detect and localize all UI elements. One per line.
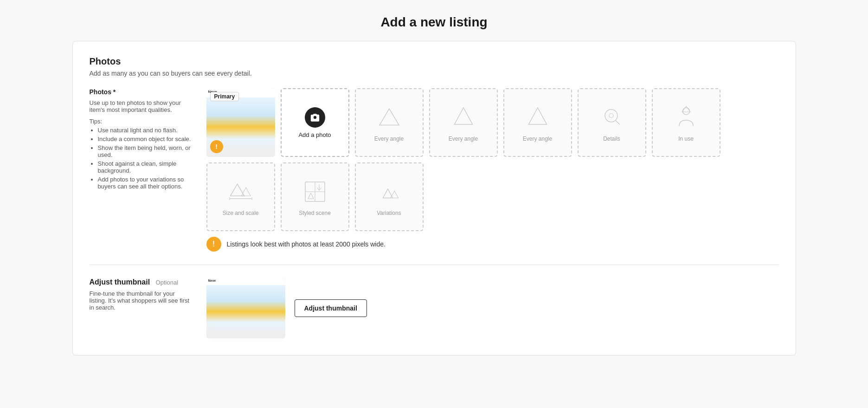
tip-1: Use natural light and no flash. <box>98 127 192 134</box>
every-angle-label-1: Every angle <box>374 136 404 142</box>
in-use-slot[interactable]: In use <box>652 88 720 157</box>
adjust-thumbnail-button[interactable]: Adjust thumbnail <box>295 299 367 317</box>
adjust-title-row: Adjust thumbnail Optional <box>90 278 192 286</box>
photos-layout: Photos * Use up to ten photos to show yo… <box>90 88 779 252</box>
adjust-desc: Fine-tune the thumbnail for your listing… <box>90 290 192 311</box>
svg-marker-0 <box>379 109 399 125</box>
tip-3: Show the item being held, worn, or used. <box>98 144 192 158</box>
photos-desc: Use up to ten photos to show your item's… <box>90 99 192 113</box>
in-use-label: In use <box>678 136 694 142</box>
svg-line-5 <box>615 120 619 124</box>
warning-icon: ! <box>206 237 221 252</box>
photos-left-panel: Photos * Use up to ten photos to show yo… <box>90 88 192 252</box>
every-angle-slot-3[interactable]: Every angle <box>503 88 572 157</box>
svg-marker-1 <box>454 108 472 124</box>
camera-icon <box>305 107 325 128</box>
primary-badge: Primary <box>210 92 239 101</box>
every-angle-label-2: Every angle <box>449 136 478 142</box>
tip-2: Include a common object for scale. <box>98 136 192 142</box>
details-label: Details <box>603 136 620 142</box>
primary-image: Primary ! <box>206 88 275 157</box>
styled-scene-icon <box>301 178 329 207</box>
primary-warning-icon: ! <box>210 140 223 153</box>
tips-label: Tips: <box>90 118 192 125</box>
size-scale-icon <box>227 178 255 207</box>
size-scale-label: Size and scale <box>222 210 258 216</box>
adjust-right-panel: Adjust thumbnail <box>206 278 367 338</box>
adjust-layout: Adjust thumbnail Optional Fine-tune the … <box>90 278 779 338</box>
svg-point-6 <box>682 108 689 115</box>
tip-4: Shoot against a clean, simple background… <box>98 160 192 174</box>
warning-text: Listings look best with photos at least … <box>227 240 386 248</box>
svg-marker-16 <box>308 193 314 199</box>
every-angle-label-3: Every angle <box>523 136 552 142</box>
variations-icon <box>375 178 403 207</box>
adjust-left-panel: Adjust thumbnail Optional Fine-tune the … <box>90 278 192 338</box>
tips-list: Use natural light and no flash. Include … <box>90 127 192 190</box>
styled-scene-slot[interactable]: Styled scene <box>281 162 349 231</box>
size-scale-slot[interactable]: Size and scale <box>206 162 275 231</box>
details-slot[interactable]: Details <box>578 88 646 157</box>
variations-label: Variations <box>377 210 401 216</box>
thumbnail-mock <box>206 278 285 338</box>
every-angle-slot-2[interactable]: Every angle <box>429 88 498 157</box>
section-divider <box>90 265 779 265</box>
every-angle-slot-1[interactable]: Every angle <box>355 88 424 157</box>
every-angle-icon-1 <box>375 104 403 133</box>
styled-scene-label: Styled scene <box>299 210 331 216</box>
section-title: Photos <box>90 56 779 67</box>
every-angle-icon-3 <box>524 104 552 133</box>
warning-banner: ! Listings look best with photos at leas… <box>206 237 779 252</box>
primary-photo-slot[interactable]: Primary ! <box>206 88 275 157</box>
adjust-title: Adjust thumbnail <box>90 278 150 286</box>
photos-right-panel: Primary ! Add a photo <box>206 88 779 252</box>
section-subtitle: Add as many as you can so buyers can see… <box>90 70 779 77</box>
add-photo-label: Add a photo <box>298 131 331 138</box>
tip-5: Add photos to your variations so buyers … <box>98 176 192 190</box>
svg-marker-2 <box>528 108 547 124</box>
variations-slot[interactable]: Variations <box>355 162 424 231</box>
add-photo-slot[interactable]: Add a photo <box>281 88 349 157</box>
page-title: Add a new listing <box>0 0 868 41</box>
main-card: Photos Add as many as you can so buyers … <box>72 41 796 356</box>
svg-marker-9 <box>241 188 251 196</box>
svg-point-4 <box>609 113 613 117</box>
details-icon <box>598 104 626 133</box>
optional-badge: Optional <box>156 279 178 286</box>
every-angle-icon-2 <box>450 104 477 133</box>
photo-grid: Primary ! Add a photo <box>206 88 779 231</box>
in-use-icon <box>672 104 700 133</box>
photos-label: Photos * <box>90 88 192 96</box>
thumbnail-preview <box>206 278 285 338</box>
